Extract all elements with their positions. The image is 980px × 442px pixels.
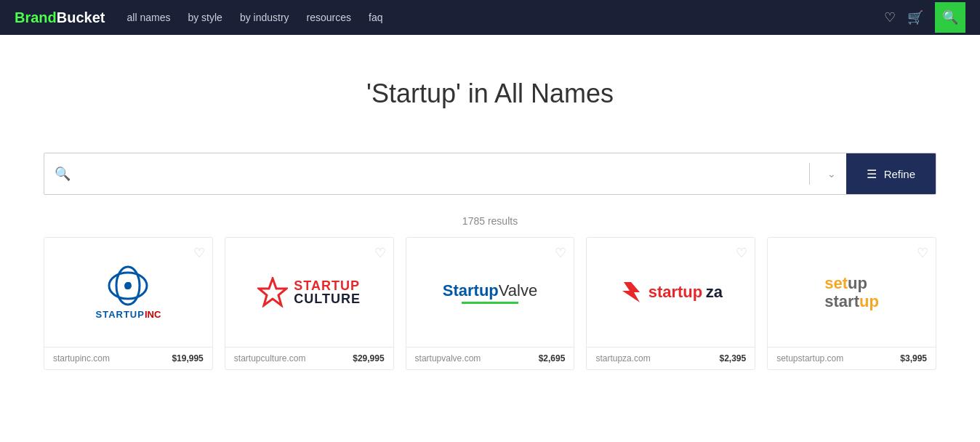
hero-title: 'Startup' in All Names	[15, 79, 965, 109]
card-price-startupculture: $29,995	[353, 353, 384, 363]
card-domain-startupvalve: startupvalve.com	[415, 353, 481, 363]
cards-grid: ♡ S STARTUP INC startupinc.com $19,995 ♡	[0, 237, 980, 370]
refine-button[interactable]: ☰ Refine	[846, 153, 936, 194]
navbar: Brand Bucket all names by style by indus…	[0, 0, 980, 35]
search-icon: 🔍	[942, 9, 958, 25]
setupstartup-text-start: start	[824, 292, 859, 310]
startupinc-text-inc: INC	[145, 309, 161, 320]
card-startupculture[interactable]: ♡ STARTUP CULTURE startupculture.com $29…	[225, 237, 394, 370]
card-domain-startupinc: startupinc.com	[53, 353, 110, 363]
refine-icon: ☰	[867, 167, 877, 181]
nav-by-industry[interactable]: by industry	[240, 12, 289, 23]
card-startupvalve[interactable]: ♡ Startup Valve startupvalve.com $2,695	[406, 237, 575, 370]
card-startupinc[interactable]: ♡ S STARTUP INC startupinc.com $19,995	[44, 237, 213, 370]
startupvalve-text-startup: Startup	[443, 281, 499, 300]
logo[interactable]: Brand Bucket	[15, 9, 105, 26]
startupculture-text-startup: STARTUP	[294, 279, 361, 292]
card-logo-startupculture: STARTUP CULTURE	[225, 238, 393, 347]
logo-bucket: Bucket	[57, 9, 105, 26]
card-footer-startupculture: startupculture.com $29,995	[225, 347, 393, 369]
setupstartup-text-up1: up	[848, 274, 867, 292]
nav-resources[interactable]: resources	[307, 12, 351, 23]
nav-links: all names by style by industry resources…	[127, 11, 863, 24]
search-bar: 🔍 ⌄ ☰ Refine	[44, 153, 936, 195]
card-logo-startupinc: S STARTUP INC	[44, 238, 212, 347]
startupinc-text-startup: STARTUP	[95, 309, 144, 320]
nav-faq[interactable]: faq	[369, 12, 382, 23]
wishlist-icon[interactable]: ♡	[884, 9, 896, 25]
card-price-setupstartup: $3,995	[900, 353, 927, 363]
nav-icons: ♡ 🛒 🔍	[884, 2, 965, 33]
startupza-text-za: za	[706, 283, 723, 301]
setupstartup-text-set: set	[824, 274, 848, 292]
startupza-logo-icon	[619, 281, 643, 304]
startupza-text-startup: startup	[648, 283, 703, 301]
card-setupstartup[interactable]: ♡ set up start up setupstartup.com $3,99…	[767, 237, 936, 370]
svg-marker-5	[622, 282, 640, 302]
logo-brand: Brand	[15, 9, 57, 26]
card-footer-startupza: startupza.com $2,395	[587, 347, 755, 369]
card-logo-startupvalve: Startup Valve	[406, 238, 574, 347]
search-input[interactable]	[81, 153, 802, 194]
search-toggle-button[interactable]: 🔍	[935, 2, 965, 33]
card-logo-setupstartup: set up start up	[768, 238, 936, 347]
wishlist-icon-startupvalve[interactable]: ♡	[555, 245, 566, 261]
card-domain-startupza: startupza.com	[595, 353, 650, 363]
card-price-startupza: $2,395	[719, 353, 746, 363]
wishlist-icon-startupculture[interactable]: ♡	[374, 245, 386, 261]
startupvalve-text-valve: Valve	[499, 281, 537, 300]
search-divider	[809, 163, 810, 185]
startupinc-logo-icon: S	[108, 265, 148, 306]
wishlist-icon-startupza[interactable]: ♡	[736, 245, 747, 261]
card-footer-startupinc: startupinc.com $19,995	[44, 347, 212, 369]
cart-icon[interactable]: 🛒	[907, 9, 923, 25]
results-count-text: 1785 results	[462, 215, 518, 227]
card-startupza[interactable]: ♡ startup za startupza.com $2,395	[586, 237, 755, 370]
wishlist-icon-setupstartup[interactable]: ♡	[917, 245, 928, 261]
card-price-startupinc: $19,995	[172, 353, 203, 363]
card-domain-setupstartup: setupstartup.com	[776, 353, 843, 363]
card-logo-startupza: startup za	[587, 238, 755, 347]
results-count: 1785 results	[0, 215, 980, 227]
chevron-down-icon[interactable]: ⌄	[817, 168, 846, 180]
nav-all-names[interactable]: all names	[127, 12, 171, 23]
svg-text:S: S	[125, 280, 132, 292]
setupstartup-text-up2: up	[859, 292, 879, 310]
wishlist-icon-startupinc[interactable]: ♡	[193, 245, 205, 261]
startupvalve-underline	[462, 302, 518, 304]
card-footer-startupvalve: startupvalve.com $2,695	[406, 347, 574, 369]
startupculture-text-culture: CULTURE	[294, 292, 361, 305]
nav-by-style[interactable]: by style	[188, 12, 222, 23]
search-section: 🔍 ⌄ ☰ Refine	[0, 138, 980, 202]
card-domain-startupculture: startupculture.com	[234, 353, 306, 363]
startupculture-logo-icon	[257, 277, 288, 308]
search-icon: 🔍	[44, 166, 81, 182]
card-price-startupvalve: $2,695	[539, 353, 566, 363]
hero-section: 'Startup' in All Names	[0, 35, 980, 138]
svg-marker-4	[259, 278, 286, 305]
refine-label: Refine	[884, 168, 915, 180]
card-footer-setupstartup: setupstartup.com $3,995	[768, 347, 936, 369]
